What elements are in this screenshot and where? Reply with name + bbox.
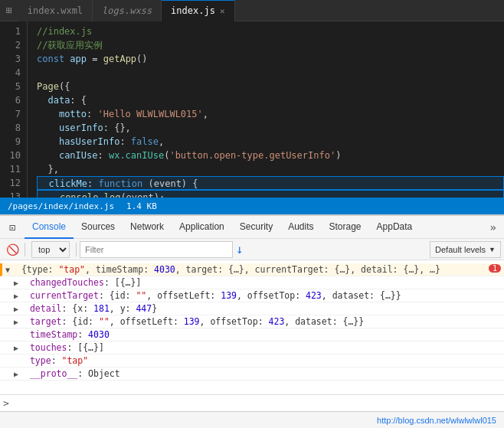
code-line-7: motto: 'Hello WLWLWLWL015', bbox=[37, 107, 504, 121]
code-content: //index.js //获取应用实例 const app = getApp()… bbox=[28, 21, 504, 198]
log-entry-proto[interactable]: ▶ __proto__: Object bbox=[0, 368, 504, 381]
chevron-down-icon: ▼ bbox=[489, 246, 496, 253]
code-line-13: console.log(event); bbox=[37, 190, 504, 198]
editor-tab-bar: ⊞ index.wxml logs.wxss index.js ✕ bbox=[0, 0, 504, 21]
expand-icon[interactable]: ▶ bbox=[14, 305, 25, 313]
expand-icon[interactable]: ▶ bbox=[14, 279, 25, 287]
code-line-10: canIUse: wx.canIUse('button.open-type.ge… bbox=[37, 149, 504, 162]
tab-security[interactable]: Security bbox=[232, 216, 280, 239]
tab-index-js[interactable]: index.js ✕ bbox=[162, 0, 234, 21]
log-entry-target[interactable]: ▶ target: {id: "", offsetLeft: 139, offs… bbox=[0, 315, 504, 328]
file-size: 1.4 KB bbox=[126, 201, 157, 211]
log-entry-main[interactable]: ▼ {type: "tap", timeStamp: 4030, target:… bbox=[0, 263, 504, 276]
tab-storage[interactable]: Storage bbox=[322, 216, 369, 239]
divider2 bbox=[76, 243, 77, 256]
tab-network[interactable]: Network bbox=[123, 216, 172, 239]
log-entry-type: type: "tap" bbox=[0, 354, 504, 368]
log-entry-current-target[interactable]: ▶ currentTarget: {id: "", offsetLeft: 13… bbox=[0, 289, 504, 302]
log-levels-selector[interactable]: Default levels ▼ bbox=[430, 241, 501, 258]
code-line-6: data: { bbox=[37, 93, 504, 107]
code-line-11: }, bbox=[37, 162, 504, 176]
file-path: /pages/index/index.js bbox=[8, 201, 114, 211]
filter-input[interactable] bbox=[80, 241, 233, 258]
tab-sources[interactable]: Sources bbox=[74, 216, 123, 239]
expand-icon[interactable]: ▶ bbox=[14, 292, 25, 300]
code-line-1: //index.js bbox=[37, 25, 504, 38]
expand-icon[interactable]: ▶ bbox=[14, 344, 25, 352]
code-line-5: Page({ bbox=[37, 80, 504, 93]
clear-console-button[interactable]: 🚫 bbox=[3, 240, 21, 259]
console-output: ▼ {type: "tap", timeStamp: 4030, target:… bbox=[0, 260, 504, 394]
log-entry-changed-touches[interactable]: ▶ changedTouches: [{…}] bbox=[0, 276, 504, 289]
console-input-bar: > bbox=[0, 394, 504, 411]
tab-appdata[interactable]: AppData bbox=[369, 216, 421, 239]
expand-icon[interactable]: ▶ bbox=[14, 318, 25, 326]
status-bar: /pages/index/index.js 1.4 KB bbox=[0, 198, 504, 214]
code-line-9: hasUserInfo: false, bbox=[37, 135, 504, 149]
filter-arrow-icon: ↓ bbox=[236, 242, 244, 256]
tab-index-wxml[interactable]: index.wxml bbox=[18, 0, 93, 21]
console-input[interactable] bbox=[12, 398, 501, 409]
code-line-2: //获取应用实例 bbox=[37, 38, 504, 52]
context-selector[interactable]: top bbox=[31, 241, 70, 258]
entry-badge: 1 bbox=[489, 264, 501, 273]
tab-console[interactable]: Console bbox=[25, 216, 74, 239]
code-editor: 1 2 3 4 5 6 7 8 9 10 11 12 13 14 15 //in… bbox=[0, 21, 504, 198]
console-prompt-icon: > bbox=[3, 397, 9, 409]
code-line-8: userInfo: {}, bbox=[37, 121, 504, 135]
log-entry-detail[interactable]: ▶ detail: {x: 181, y: 447} bbox=[0, 302, 504, 315]
more-tabs-button[interactable]: » bbox=[486, 221, 501, 234]
log-entry-timestamp: timeStamp: 4030 bbox=[0, 328, 504, 341]
tab-logs-wxss[interactable]: logs.wxss bbox=[93, 0, 162, 21]
devtools-panel: ⊡ Console Sources Network Application Se… bbox=[0, 214, 504, 428]
tab-audits[interactable]: Audits bbox=[280, 216, 321, 239]
code-line-3: const app = getApp() bbox=[37, 52, 504, 66]
bottom-bar: http://blog.csdn.net/wlwlwlwl015 bbox=[0, 411, 504, 428]
devtools-inspect-icon[interactable]: ⊡ bbox=[3, 218, 21, 237]
code-line-4 bbox=[37, 66, 504, 80]
code-line-12: clickMe: function (event) { bbox=[37, 176, 504, 190]
divider bbox=[25, 243, 25, 256]
devtools-toolbar: 🚫 top ↓ Default levels ▼ bbox=[0, 239, 504, 260]
blog-link[interactable]: http://blog.csdn.net/wlwlwlwl015 bbox=[377, 416, 496, 425]
expand-icon[interactable]: ▶ bbox=[14, 370, 25, 378]
log-entry-touches[interactable]: ▶ touches: [{…}] bbox=[0, 341, 504, 354]
tab-application[interactable]: Application bbox=[172, 216, 232, 239]
expand-icon[interactable]: ▼ bbox=[5, 266, 16, 274]
file-tree-icon[interactable]: ⊞ bbox=[0, 5, 18, 16]
line-numbers: 1 2 3 4 5 6 7 8 9 10 11 12 13 14 15 bbox=[0, 21, 28, 198]
devtools-tab-bar: ⊡ Console Sources Network Application Se… bbox=[0, 216, 504, 239]
close-tab-icon[interactable]: ✕ bbox=[220, 6, 225, 16]
